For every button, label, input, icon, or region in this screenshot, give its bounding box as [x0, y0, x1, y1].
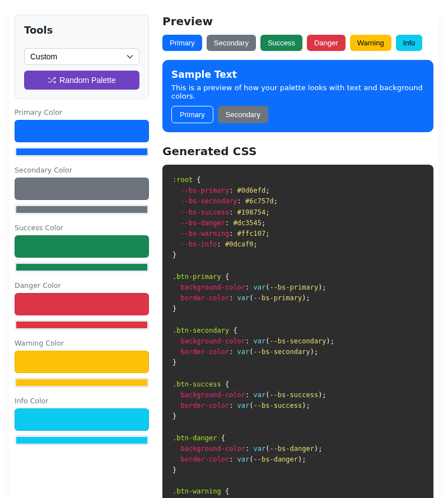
generated-title: Generated CSS: [162, 145, 433, 158]
warning-color-input[interactable]: [15, 378, 149, 388]
preview-btn-info[interactable]: Info: [396, 35, 423, 51]
tools-title: Tools: [24, 24, 139, 36]
secondary-label: Secondary Color: [15, 166, 149, 174]
random-palette-button[interactable]: Random Palette: [24, 71, 139, 90]
info-label: Info Color: [15, 397, 149, 405]
sample-btn-secondary[interactable]: Secondary: [218, 106, 268, 123]
preview-btn-warning[interactable]: Warning: [350, 35, 391, 51]
sample-body: This is a preview of how your palette lo…: [171, 83, 424, 100]
danger-color-group: Danger Color: [15, 281, 149, 330]
secondary-swatch[interactable]: [15, 178, 149, 200]
preview-title: Preview: [162, 15, 433, 28]
danger-swatch[interactable]: [15, 293, 149, 315]
generated-css-output[interactable]: :root { --bs-primary: #0d6efd; --bs-seco…: [162, 165, 433, 498]
secondary-color-input[interactable]: [15, 204, 149, 215]
success-color-input[interactable]: [15, 262, 149, 272]
danger-color-input[interactable]: [15, 320, 149, 330]
preview-btn-primary[interactable]: Primary: [162, 35, 202, 51]
primary-label: Primary Color: [15, 108, 149, 117]
main: Preview Primary Secondary Success Danger…: [162, 15, 433, 498]
shuffle-icon: [48, 76, 56, 85]
preview-btn-success[interactable]: Success: [260, 35, 302, 51]
info-color-input[interactable]: [15, 435, 149, 445]
danger-label: Danger Color: [15, 281, 149, 290]
warning-swatch[interactable]: [15, 351, 149, 373]
warning-color-group: Warning Color: [15, 339, 149, 388]
info-color-group: Info Color: [15, 397, 149, 445]
sidebar: Tools Custom Random Palette Primary Colo…: [15, 15, 149, 498]
tools-card: Tools Custom Random Palette: [15, 15, 149, 99]
preview-buttons: Primary Secondary Success Danger Warning…: [162, 35, 433, 51]
app-shell: Tools Custom Random Palette Primary Colo…: [9, 9, 439, 498]
success-color-group: Success Color: [15, 224, 149, 272]
success-swatch[interactable]: [15, 235, 149, 258]
primary-color-input[interactable]: [15, 147, 149, 157]
primary-swatch[interactable]: [15, 120, 149, 142]
preview-btn-danger[interactable]: Danger: [307, 35, 346, 51]
sample-card: Sample Text This is a preview of how you…: [162, 60, 433, 132]
preview-btn-secondary[interactable]: Secondary: [207, 35, 256, 51]
preset-select[interactable]: Custom: [24, 48, 139, 65]
sample-title: Sample Text: [171, 69, 424, 80]
warning-label: Warning Color: [15, 339, 149, 347]
random-palette-label: Random Palette: [59, 76, 115, 85]
secondary-color-group: Secondary Color: [15, 166, 149, 215]
success-label: Success Color: [15, 224, 149, 232]
sample-btn-primary[interactable]: Primary: [171, 106, 213, 123]
primary-color-group: Primary Color: [15, 108, 149, 157]
info-swatch[interactable]: [15, 408, 149, 431]
